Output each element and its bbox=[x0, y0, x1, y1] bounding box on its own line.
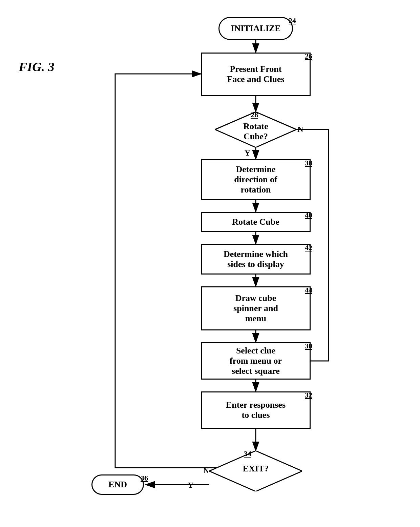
rotate-cube-label2: Rotate Cube bbox=[232, 217, 279, 227]
select-clue-node: Select cluefrom menu orselect square bbox=[201, 342, 311, 380]
enter-responses-node: Enter responsesto clues bbox=[201, 391, 311, 429]
exit-diamond: EXIT? bbox=[209, 451, 302, 491]
initialize-label: INITIALIZE bbox=[231, 23, 280, 34]
exit-yes-label: Y bbox=[188, 481, 193, 490]
fig-label: FIG. 3 bbox=[19, 59, 55, 74]
rotate-cube-box-num: 40 bbox=[305, 211, 312, 220]
rotate-yes-label: Y bbox=[245, 148, 250, 158]
initialize-node: INITIALIZE bbox=[218, 17, 293, 40]
enter-responses-label: Enter responsesto clues bbox=[226, 400, 286, 420]
end-node: END bbox=[91, 474, 144, 495]
end-label: END bbox=[108, 480, 127, 490]
present-front-label: Present FrontFace and Clues bbox=[227, 64, 285, 84]
draw-cube-label: Draw cubespinner andmenu bbox=[233, 293, 278, 324]
svg-marker-12 bbox=[209, 451, 302, 491]
rotate-cube-num: 28 bbox=[251, 110, 258, 119]
determine-direction-num: 38 bbox=[305, 159, 312, 167]
initialize-num: 24 bbox=[289, 16, 296, 25]
rotate-no-label: N bbox=[297, 125, 303, 134]
enter-responses-num: 32 bbox=[305, 391, 312, 400]
rotate-cube-node: Rotate Cube bbox=[201, 212, 311, 232]
determine-sides-num: 42 bbox=[305, 243, 312, 252]
exit-num: 34 bbox=[244, 449, 251, 458]
determine-sides-node: Determine whichsides to display bbox=[201, 244, 311, 275]
determine-sides-label: Determine whichsides to display bbox=[224, 249, 288, 269]
determine-direction-node: Determinedirection ofrotation bbox=[201, 159, 311, 200]
draw-cube-node: Draw cubespinner andmenu bbox=[201, 286, 311, 330]
diagram-container: FIG. 3 bbox=[0, 0, 420, 527]
present-front-node: Present FrontFace and Clues bbox=[201, 53, 311, 96]
end-num: 36 bbox=[141, 474, 148, 483]
present-front-num: 26 bbox=[305, 52, 312, 61]
select-clue-label: Select cluefrom menu orselect square bbox=[230, 346, 282, 376]
select-clue-num: 30 bbox=[305, 342, 312, 350]
exit-no-label: N bbox=[203, 466, 209, 475]
draw-cube-num: 44 bbox=[305, 286, 312, 295]
determine-direction-label: Determinedirection ofrotation bbox=[234, 164, 277, 195]
